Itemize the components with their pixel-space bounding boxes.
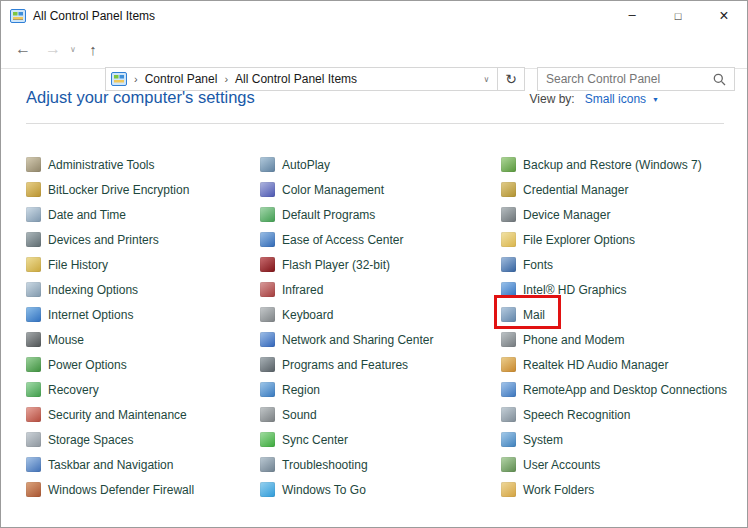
- item-label: System: [523, 433, 563, 447]
- close-button[interactable]: ×: [701, 1, 747, 31]
- administrative-tools-icon: [26, 157, 41, 172]
- control-panel-item[interactable]: System: [501, 427, 727, 452]
- programs-features-icon: [260, 357, 275, 372]
- control-panel-item[interactable]: Backup and Restore (Windows 7): [501, 152, 727, 177]
- address-dropdown-icon[interactable]: ∨: [475, 75, 497, 84]
- item-label: Mouse: [48, 333, 84, 347]
- region-icon: [260, 382, 275, 397]
- item-label: RemoteApp and Desktop Connections: [523, 383, 727, 397]
- control-panel-item[interactable]: Speech Recognition: [501, 402, 727, 427]
- refresh-icon[interactable]: ↻: [498, 71, 524, 87]
- control-panel-item[interactable]: Windows To Go: [260, 477, 433, 502]
- devices-printers-icon: [26, 232, 41, 247]
- control-panel-item[interactable]: Administrative Tools: [26, 152, 194, 177]
- viewby-dropdown[interactable]: Small icons ▼: [585, 92, 659, 106]
- control-panel-item[interactable]: Sync Center: [260, 427, 433, 452]
- items-column-2: AutoPlayColor ManagementDefault Programs…: [260, 152, 433, 502]
- titlebar: All Control Panel Items – □ ×: [1, 1, 747, 31]
- item-label: Phone and Modem: [523, 333, 624, 347]
- minimize-icon: –: [628, 7, 635, 22]
- control-panel-item[interactable]: Fonts: [501, 252, 727, 277]
- control-panel-item[interactable]: Infrared: [260, 277, 433, 302]
- control-panel-item[interactable]: Devices and Printers: [26, 227, 194, 252]
- item-label: File History: [48, 258, 108, 272]
- mouse-icon: [26, 332, 41, 347]
- control-panel-item[interactable]: Default Programs: [260, 202, 433, 227]
- item-label: AutoPlay: [282, 158, 330, 172]
- breadcrumb-all-control-panel-items[interactable]: All Control Panel Items: [235, 72, 357, 86]
- control-panel-item[interactable]: RemoteApp and Desktop Connections: [501, 377, 727, 402]
- control-panel-item[interactable]: Network and Sharing Center: [260, 327, 433, 352]
- close-icon: ×: [719, 7, 728, 25]
- file-explorer-options-icon: [501, 232, 516, 247]
- security-maintenance-icon: [26, 407, 41, 422]
- back-button[interactable]: ←: [9, 31, 37, 67]
- control-panel-item[interactable]: Recovery: [26, 377, 194, 402]
- control-panel-item[interactable]: Color Management: [260, 177, 433, 202]
- control-panel-item[interactable]: Region: [260, 377, 433, 402]
- sound-icon: [260, 407, 275, 422]
- remoteapp-icon: [501, 382, 516, 397]
- item-label: Taskbar and Navigation: [48, 458, 173, 472]
- device-manager-icon: [501, 207, 516, 222]
- control-panel-item[interactable]: Intel® HD Graphics: [501, 277, 727, 302]
- forward-button[interactable]: →: [39, 31, 67, 67]
- breadcrumb-control-panel[interactable]: Control Panel: [145, 72, 218, 86]
- infrared-icon: [260, 282, 275, 297]
- control-panel-item[interactable]: BitLocker Drive Encryption: [26, 177, 194, 202]
- control-panel-item[interactable]: Work Folders: [501, 477, 727, 502]
- control-panel-item[interactable]: Programs and Features: [260, 352, 433, 377]
- control-panel-item[interactable]: Ease of Access Center: [260, 227, 433, 252]
- control-panel-item[interactable]: AutoPlay: [260, 152, 433, 177]
- windows-defender-firewall-icon: [26, 482, 41, 497]
- control-panel-item[interactable]: Security and Maintenance: [26, 402, 194, 427]
- control-panel-item[interactable]: User Accounts: [501, 452, 727, 477]
- control-panel-item[interactable]: Flash Player (32-bit): [260, 252, 433, 277]
- internet-options-icon: [26, 307, 41, 322]
- control-panel-item[interactable]: File History: [26, 252, 194, 277]
- control-panel-item[interactable]: Keyboard: [260, 302, 433, 327]
- item-label: Default Programs: [282, 208, 375, 222]
- control-panel-item[interactable]: Internet Options: [26, 302, 194, 327]
- control-panel-item[interactable]: Windows Defender Firewall: [26, 477, 194, 502]
- search-box: [537, 67, 735, 91]
- control-panel-item[interactable]: Device Manager: [501, 202, 727, 227]
- item-label: File Explorer Options: [523, 233, 635, 247]
- up-button[interactable]: ↑: [81, 31, 105, 67]
- control-panel-item[interactable]: Realtek HD Audio Manager: [501, 352, 727, 377]
- item-label: Speech Recognition: [523, 408, 630, 422]
- search-input[interactable]: [538, 72, 713, 86]
- indexing-options-icon: [26, 282, 41, 297]
- chevron-down-icon: ▼: [652, 96, 659, 103]
- item-label: Security and Maintenance: [48, 408, 187, 422]
- control-panel-item[interactable]: Indexing Options: [26, 277, 194, 302]
- item-label: Windows Defender Firewall: [48, 483, 194, 497]
- viewby-value: Small icons: [585, 92, 646, 106]
- minimize-button[interactable]: –: [609, 1, 655, 31]
- search-icon[interactable]: [713, 73, 726, 86]
- control-panel-item[interactable]: File Explorer Options: [501, 227, 727, 252]
- control-panel-item[interactable]: Date and Time: [26, 202, 194, 227]
- item-label: Network and Sharing Center: [282, 333, 433, 347]
- control-panel-item[interactable]: Phone and Modem: [501, 327, 727, 352]
- control-panel-item[interactable]: Credential Manager: [501, 177, 727, 202]
- item-label: Flash Player (32-bit): [282, 258, 390, 272]
- recent-pages-button[interactable]: ∨: [65, 31, 81, 67]
- control-panel-item[interactable]: Mail: [501, 302, 727, 327]
- item-label: Fonts: [523, 258, 553, 272]
- control-panel-item[interactable]: Power Options: [26, 352, 194, 377]
- control-panel-item[interactable]: Storage Spaces: [26, 427, 194, 452]
- item-label: Credential Manager: [523, 183, 628, 197]
- control-panel-item[interactable]: Mouse: [26, 327, 194, 352]
- default-programs-icon: [260, 207, 275, 222]
- file-history-icon: [26, 257, 41, 272]
- item-label: Infrared: [282, 283, 323, 297]
- control-panel-item[interactable]: Sound: [260, 402, 433, 427]
- control-panel-item[interactable]: Taskbar and Navigation: [26, 452, 194, 477]
- storage-spaces-icon: [26, 432, 41, 447]
- maximize-button[interactable]: □: [655, 1, 701, 31]
- control-panel-item[interactable]: Troubleshooting: [260, 452, 433, 477]
- network-sharing-icon: [260, 332, 275, 347]
- user-accounts-icon: [501, 457, 516, 472]
- item-label: Work Folders: [523, 483, 594, 497]
